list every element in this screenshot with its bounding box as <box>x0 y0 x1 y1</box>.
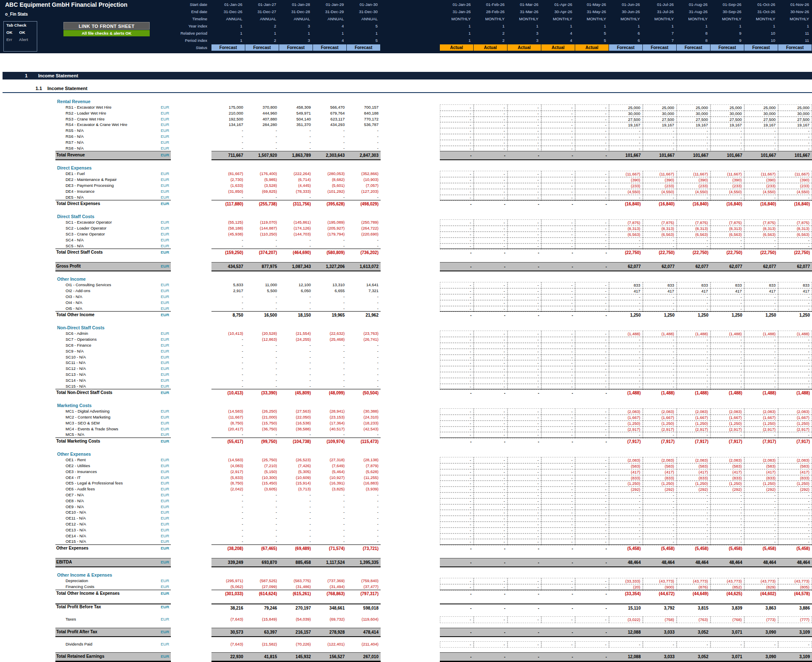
annual-value-cell[interactable]: 885,458 <box>279 558 313 567</box>
monthly-value-cell[interactable]: - <box>541 590 575 598</box>
monthly-value-cell[interactable]: - <box>575 616 609 623</box>
monthly-value-cell[interactable]: 62,077 <box>778 262 812 271</box>
monthly-value-cell[interactable]: 3,033 <box>643 628 677 637</box>
monthly-value-cell[interactable]: - <box>474 616 508 623</box>
monthly-value-cell[interactable]: - <box>474 389 508 397</box>
annual-value-cell[interactable]: 1,087,343 <box>279 262 313 271</box>
annual-value-cell[interactable]: 339,249 <box>211 558 245 567</box>
monthly-value-cell[interactable]: - <box>474 249 508 257</box>
monthly-value-cell[interactable]: - <box>508 151 541 160</box>
annual-value-cell[interactable]: 270,197 <box>279 603 313 612</box>
annual-value-cell[interactable]: (122,401) <box>313 641 347 648</box>
monthly-value-cell[interactable]: 62,077 <box>609 262 643 271</box>
annual-value-cell[interactable]: (395,628) <box>313 200 347 208</box>
monthly-value-cell[interactable]: - <box>508 641 541 648</box>
monthly-value-cell[interactable]: - <box>508 628 541 637</box>
annual-value-cell[interactable]: 598,018 <box>347 603 381 612</box>
monthly-value-cell[interactable]: 1,250 <box>710 311 744 319</box>
annual-value-cell[interactable]: 434,537 <box>211 262 245 271</box>
annual-value-cell[interactable]: 267,010 <box>347 652 381 662</box>
annual-value-cell[interactable]: (580,809) <box>313 249 347 257</box>
annual-value-cell[interactable]: (67,465) <box>245 544 279 553</box>
monthly-value-cell[interactable]: - <box>541 311 575 319</box>
monthly-value-cell[interactable]: - <box>474 641 508 648</box>
monthly-value-cell[interactable]: (44,578) <box>778 590 812 598</box>
monthly-value-cell[interactable]: - <box>541 558 575 567</box>
monthly-value-cell[interactable]: 48,464 <box>778 558 812 567</box>
monthly-value-cell[interactable]: - <box>575 151 609 160</box>
monthly-value-cell[interactable]: (3,022) <box>609 616 643 623</box>
monthly-value-cell[interactable]: - <box>575 628 609 637</box>
monthly-value-cell[interactable]: - <box>474 262 508 271</box>
annual-value-cell[interactable]: 1,327,206 <box>313 262 347 271</box>
monthly-value-cell[interactable]: (763) <box>677 616 710 623</box>
monthly-value-cell[interactable]: (1,488) <box>643 389 677 397</box>
monthly-value-cell[interactable]: - <box>541 200 575 208</box>
monthly-value-cell[interactable]: 1,250 <box>744 311 778 319</box>
monthly-value-cell[interactable]: (7,917) <box>710 438 744 446</box>
monthly-value-cell[interactable]: - <box>508 558 541 567</box>
monthly-value-cell[interactable]: 101,667 <box>643 151 677 160</box>
monthly-value-cell[interactable]: - <box>508 262 541 271</box>
monthly-value-cell[interactable]: 48,464 <box>677 558 710 567</box>
annual-value-cell[interactable]: (15,849) <box>245 616 279 623</box>
monthly-value-cell[interactable]: 3,839 <box>710 603 744 612</box>
annual-value-cell[interactable]: 711,667 <box>211 151 245 160</box>
annual-value-cell[interactable]: 156,527 <box>313 652 347 662</box>
annual-value-cell[interactable]: 1,613,072 <box>347 262 381 271</box>
monthly-value-cell[interactable]: - <box>575 641 609 648</box>
monthly-value-cell[interactable]: - <box>474 628 508 637</box>
monthly-value-cell[interactable]: (5,458) <box>744 544 778 553</box>
monthly-value-cell[interactable]: - <box>778 641 812 648</box>
annual-value-cell[interactable]: (71,574) <box>313 544 347 553</box>
annual-value-cell[interactable]: (736,202) <box>347 249 381 257</box>
annual-value-cell[interactable]: (615,261) <box>279 590 313 598</box>
monthly-value-cell[interactable]: (16,840) <box>778 200 812 208</box>
monthly-value-cell[interactable]: - <box>710 641 744 648</box>
monthly-value-cell[interactable]: (44,649) <box>677 590 710 598</box>
monthly-value-cell[interactable]: (22,750) <box>643 249 677 257</box>
monthly-value-cell[interactable]: 3,071 <box>710 628 744 637</box>
monthly-value-cell[interactable]: - <box>575 652 609 662</box>
annual-value-cell[interactable]: (10,413) <box>211 389 245 397</box>
monthly-value-cell[interactable]: 12,088 <box>609 628 643 637</box>
annual-value-cell[interactable]: (119,604) <box>347 616 381 623</box>
monthly-value-cell[interactable]: - <box>508 544 541 553</box>
monthly-value-cell[interactable]: (1,488) <box>744 389 778 397</box>
monthly-value-cell[interactable]: (44,602) <box>744 590 778 598</box>
monthly-value-cell[interactable]: 1,250 <box>677 311 710 319</box>
monthly-value-cell[interactable]: 3,109 <box>778 628 812 637</box>
monthly-value-cell[interactable]: - <box>575 262 609 271</box>
annual-value-cell[interactable]: (797,317) <box>347 590 381 598</box>
monthly-value-cell[interactable]: - <box>440 652 474 662</box>
monthly-value-cell[interactable]: - <box>440 628 474 637</box>
annual-value-cell[interactable]: (50,504) <box>347 389 381 397</box>
annual-value-cell[interactable]: (70,226) <box>279 641 313 648</box>
annual-value-cell[interactable]: (768,863) <box>313 590 347 598</box>
annual-value-cell[interactable]: 877,975 <box>245 262 279 271</box>
annual-value-cell[interactable]: (109,974) <box>313 438 347 446</box>
monthly-value-cell[interactable]: (22,750) <box>778 249 812 257</box>
annual-value-cell[interactable]: 79,246 <box>245 603 279 612</box>
monthly-value-cell[interactable]: - <box>541 652 575 662</box>
annual-value-cell[interactable]: (614,624) <box>245 590 279 598</box>
monthly-value-cell[interactable]: (7,917) <box>609 438 643 446</box>
monthly-value-cell[interactable]: - <box>474 603 508 612</box>
monthly-value-cell[interactable]: (768) <box>710 616 744 623</box>
monthly-value-cell[interactable]: (33,354) <box>609 590 643 598</box>
monthly-value-cell[interactable]: (5,458) <box>609 544 643 553</box>
monthly-value-cell[interactable]: 1,250 <box>778 311 812 319</box>
monthly-value-cell[interactable]: - <box>575 249 609 257</box>
monthly-value-cell[interactable]: - <box>643 641 677 648</box>
monthly-value-cell[interactable]: 101,667 <box>609 151 643 160</box>
monthly-value-cell[interactable]: - <box>541 641 575 648</box>
monthly-value-cell[interactable]: (44,625) <box>710 590 744 598</box>
monthly-value-cell[interactable]: - <box>575 603 609 612</box>
monthly-value-cell[interactable]: (1,488) <box>609 389 643 397</box>
monthly-value-cell[interactable]: - <box>508 652 541 662</box>
monthly-value-cell[interactable]: 3,815 <box>677 603 710 612</box>
monthly-value-cell[interactable]: - <box>440 616 474 623</box>
monthly-value-cell[interactable]: 3,792 <box>643 603 677 612</box>
monthly-value-cell[interactable]: - <box>541 616 575 623</box>
monthly-value-cell[interactable]: - <box>440 311 474 319</box>
